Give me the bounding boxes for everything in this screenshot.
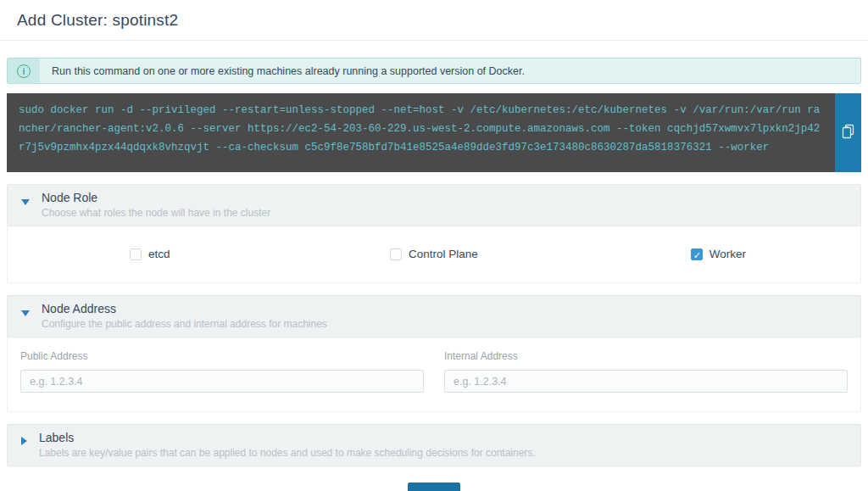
- control-plane-checkbox-label: Control Plane: [409, 248, 478, 260]
- section-node-address-title: Node Address: [42, 302, 327, 315]
- worker-checkbox[interactable]: [691, 248, 703, 260]
- section-node-address: Node Address Configure the public addres…: [7, 295, 861, 412]
- internal-address-field-group: Internal Address: [444, 350, 848, 393]
- section-node-address-subtitle: Configure the public address and interna…: [42, 318, 327, 330]
- section-node-role-body: etcd Control Plane Worker: [7, 226, 861, 283]
- footer: Done: [7, 483, 861, 491]
- section-node-role: Node Role Choose what roles the node wil…: [7, 184, 861, 283]
- copy-command-button[interactable]: [835, 93, 861, 172]
- info-icon: i: [17, 64, 31, 78]
- internal-address-label: Internal Address: [444, 350, 848, 362]
- node-role-options: etcd Control Plane Worker: [8, 226, 860, 282]
- chevron-right-icon: [21, 437, 27, 445]
- section-labels-header[interactable]: Labels Labels are key/value pairs that c…: [7, 424, 861, 466]
- info-banner-message: Run this command on one or more existing…: [40, 59, 860, 83]
- section-labels: Labels Labels are key/value pairs that c…: [7, 424, 861, 466]
- section-labels-title: Labels: [39, 431, 536, 444]
- section-node-role-subtitle: Choose what roles the node will have in …: [42, 207, 270, 219]
- clipboard-icon: [842, 124, 855, 142]
- chevron-down-icon: [21, 310, 30, 316]
- section-node-address-header[interactable]: Node Address Configure the public addres…: [7, 295, 861, 338]
- docker-command-block: sudo docker run -d --privileged --restar…: [7, 93, 861, 172]
- etcd-checkbox[interactable]: [130, 248, 142, 260]
- section-node-role-header[interactable]: Node Role Choose what roles the node wil…: [7, 184, 861, 226]
- public-address-label: Public Address: [20, 350, 424, 362]
- node-address-fields: Public Address Internal Address: [8, 338, 860, 411]
- info-banner: i Run this command on one or more existi…: [7, 58, 861, 84]
- chevron-down-icon: [21, 199, 30, 205]
- internal-address-input[interactable]: [444, 370, 848, 393]
- etcd-checkbox-label: etcd: [148, 248, 170, 260]
- worker-checkbox-label: Worker: [709, 248, 746, 260]
- public-address-input[interactable]: [20, 370, 424, 393]
- docker-command-text[interactable]: sudo docker run -d --privileged --restar…: [7, 93, 835, 172]
- done-button[interactable]: Done: [408, 483, 460, 491]
- section-node-role-title: Node Role: [42, 191, 270, 204]
- role-option-control-plane[interactable]: Control Plane: [292, 248, 576, 260]
- section-labels-subtitle: Labels are key/value pairs that can be a…: [39, 447, 536, 459]
- public-address-field-group: Public Address: [20, 350, 424, 393]
- control-plane-checkbox[interactable]: [390, 248, 402, 260]
- main-content: i Run this command on one or more existi…: [0, 58, 868, 491]
- page-header: Add Cluster: spotinst2: [0, 0, 868, 41]
- role-option-etcd[interactable]: etcd: [8, 248, 292, 260]
- role-option-worker[interactable]: Worker: [576, 248, 860, 260]
- page-title: Add Cluster: spotinst2: [17, 11, 851, 30]
- info-banner-icon-cell: i: [8, 59, 40, 83]
- section-node-address-body: Public Address Internal Address: [7, 338, 861, 412]
